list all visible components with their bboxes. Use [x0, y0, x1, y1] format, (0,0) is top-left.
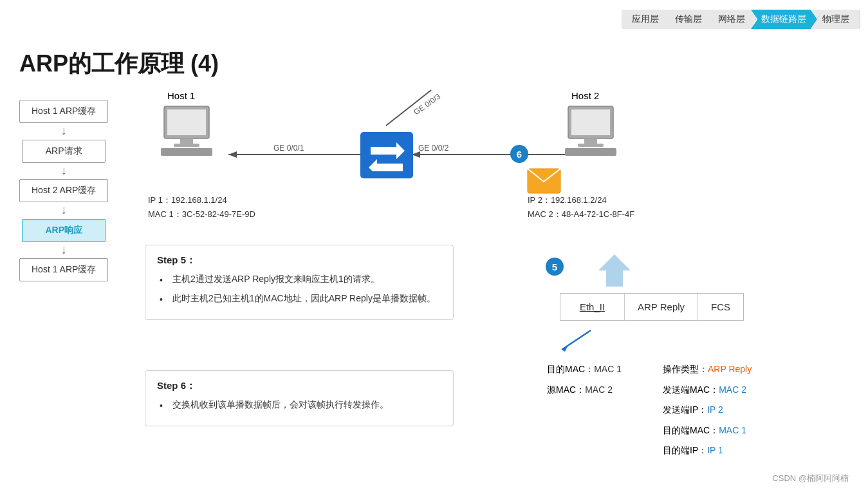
info-src-mac-val: MAC 2	[585, 384, 613, 395]
svg-rect-14	[565, 148, 616, 156]
step5-bullets: • 主机2通过发送ARP Reply报文来响应主机1的请求。 • 此时主机2已知…	[157, 272, 441, 308]
info-dest-mac-label: 目的MAC：MAC 1	[547, 361, 650, 378]
flow-arrow-2: ↓	[61, 164, 67, 178]
host2-icon	[559, 103, 623, 158]
host1-info: IP 1：192.168.1.1/24 MAC 1：3C-52-82-49-7E…	[148, 193, 255, 222]
host2-info: IP 2：192.168.1.2/24 MAC 2：48-A4-72-1C-8F…	[528, 193, 634, 222]
info-dest-mac-val: MAC 1	[594, 364, 622, 374]
info-section: 目的MAC：MAC 1 操作类型：ARP Reply 源MAC：MAC 2 发送…	[547, 361, 817, 459]
nav-item-transport[interactable]: 传输层	[665, 10, 713, 29]
svg-marker-15	[371, 142, 405, 159]
frame-cell-eth: Eth_II	[560, 294, 625, 320]
info-op-type-label: 操作类型：ARP Reply	[663, 361, 817, 378]
flow-box-host1-arp-cache: Host 1 ARP缓存	[19, 100, 108, 123]
host1-icon	[154, 103, 219, 158]
watermark: CSDN @楠阿阿阿楠	[772, 473, 849, 484]
flow-box-host1-arp-cache-2: Host 1 ARP缓存	[19, 258, 108, 281]
svg-rect-6	[167, 109, 206, 135]
svg-rect-13	[578, 144, 604, 147]
flow-arrow-1: ↓	[61, 124, 67, 138]
info-send-mac-label: 发送端MAC：MAC 2	[663, 381, 817, 399]
flow-box-host2-arp-cache: Host 2 ARP缓存	[19, 179, 108, 202]
svg-marker-1	[228, 151, 237, 158]
main-container: 应用层 传输层 网络层 数据链路层 物理层 ARP的工作原理 (4) Host …	[0, 0, 868, 492]
switch-arrows-svg	[367, 139, 406, 171]
step6-box: Step 6： • 交换机收到该单播数据帧后，会对该帧执行转发操作。	[145, 370, 454, 426]
info-op-type-val: ARP Reply	[708, 364, 752, 374]
bullet-dot-1: •	[160, 273, 169, 289]
svg-rect-7	[180, 138, 193, 144]
bullet-dot-2: •	[160, 292, 169, 308]
nav-item-network[interactable]: 网络层	[708, 10, 756, 29]
step5-title: Step 5：	[157, 254, 441, 267]
left-flowchart: Host 1 ARP缓存 ↓ ARP请求 ↓ Host 2 ARP缓存 ↓ AR…	[19, 100, 108, 281]
svg-rect-8	[174, 144, 199, 147]
info-dest-ip-label: 目的端IP：IP 1	[663, 442, 817, 459]
step5-bullet-2: 此时主机2已知主机1的MAC地址，因此ARP Reply是单播数据帧。	[172, 291, 436, 308]
envelope-icon	[526, 167, 562, 194]
nav-item-physical[interactable]: 物理层	[812, 10, 860, 29]
step6-title: Step 6：	[157, 380, 441, 392]
ge002-label: GE 0/0/2	[418, 144, 448, 153]
page-title: ARP的工作原理 (4)	[19, 48, 849, 80]
svg-rect-12	[584, 138, 597, 144]
step6-bullets: • 交换机收到该单播数据帧后，会对该帧执行转发操作。	[157, 397, 441, 414]
eth-arrow-icon	[552, 327, 597, 353]
frame-cell-fcs: FCS	[698, 294, 743, 320]
flow-box-arp-request: ARP请求	[22, 140, 106, 163]
switch-icon	[360, 132, 413, 178]
info-send-ip-val: IP 2	[707, 404, 723, 415]
nav-item-datalink[interactable]: 数据链路层	[751, 10, 817, 29]
host1-label: Host 1	[167, 90, 195, 101]
badge-5: 5	[546, 258, 564, 276]
packet-frame: Eth_II ARP Reply FCS	[560, 293, 744, 321]
frame-cell-arp: ARP Reply	[625, 294, 698, 320]
flow-arrow-4: ↓	[61, 243, 67, 258]
info-dest-mac2-label: 目的端MAC：MAC 1	[663, 422, 817, 439]
top-nav: 应用层 传输层 网络层 数据链路层 物理层	[622, 10, 855, 29]
svg-marker-16	[369, 159, 403, 171]
down-arrow-icon	[598, 254, 631, 287]
svg-rect-9	[161, 148, 212, 156]
info-dest-ip-val: IP 1	[707, 445, 723, 455]
step5-bullet-1: 主机2通过发送ARP Reply报文来响应主机1的请求。	[172, 272, 380, 289]
ge001-label: GE 0/0/1	[273, 144, 304, 153]
badge-6: 6	[510, 145, 528, 163]
step5-box: Step 5： • 主机2通过发送ARP Reply报文来响应主机1的请求。 •…	[145, 245, 454, 320]
flow-box-arp-response: ARP响应	[22, 219, 106, 242]
nav-item-app[interactable]: 应用层	[622, 10, 670, 29]
flow-arrow-3: ↓	[61, 203, 67, 218]
network-diagram: Host 1 Host 2 GE	[129, 84, 688, 238]
svg-marker-18	[598, 254, 631, 287]
svg-rect-11	[571, 109, 610, 135]
info-dest-mac2-val: MAC 1	[719, 425, 746, 435]
info-send-ip-label: 发送端IP：IP 2	[663, 401, 817, 419]
host2-label: Host 2	[571, 90, 599, 101]
info-send-mac-val: MAC 2	[719, 384, 746, 395]
info-src-mac-label: 源MAC：MAC 2	[547, 381, 650, 399]
bullet-dot-3: •	[160, 399, 169, 414]
step6-bullet-1: 交换机收到该单播数据帧后，会对该帧执行转发操作。	[172, 397, 389, 414]
